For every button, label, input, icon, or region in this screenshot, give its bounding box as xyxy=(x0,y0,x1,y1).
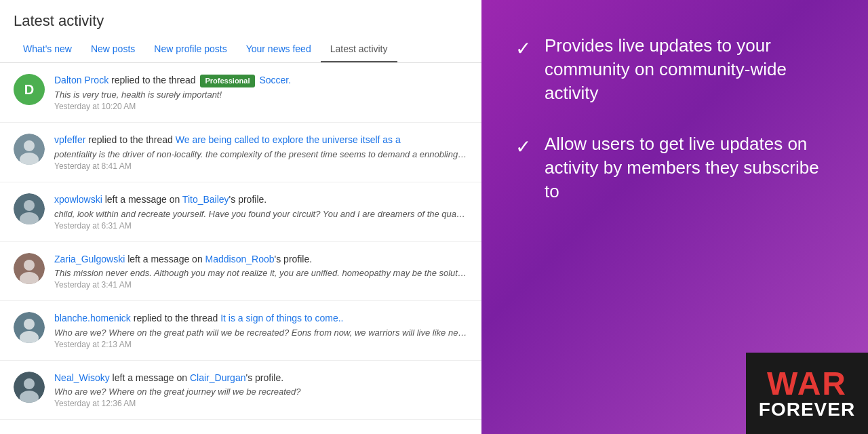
feed-item: xpowlowski left a message on Tito_Bailey… xyxy=(0,182,481,242)
action-label: left a message on xyxy=(113,372,188,383)
action-label: replied to the thread xyxy=(88,134,173,145)
right-panel: ✓ Provides live updates to your communit… xyxy=(481,0,868,434)
feed-snippet: This is very true, health is surely impo… xyxy=(54,90,468,100)
feed-time: Yesterday at 6:31 AM xyxy=(54,221,468,231)
feature-item-1: ✓ Provides live updates to your communit… xyxy=(515,34,834,105)
svg-point-13 xyxy=(24,378,35,389)
feature-text-2: Allow users to get live updates on activ… xyxy=(545,132,834,203)
feed-snippet: Who are we? Where on the great journey w… xyxy=(54,387,468,397)
feed-content: Neal_Wisoky left a message on Clair_Durg… xyxy=(54,372,468,409)
svg-point-4 xyxy=(24,200,35,211)
war-forever-banner: WAR FOREVER xyxy=(746,353,868,434)
feed-item: Neal_Wisoky left a message on Clair_Durg… xyxy=(0,361,481,420)
suffix-text: 's profile. xyxy=(245,372,283,383)
feed-list: D Dalton Prock replied to the thread Pro… xyxy=(0,63,481,434)
feed-content: Dalton Prock replied to the thread Profe… xyxy=(54,74,468,111)
forever-text: FOREVER xyxy=(759,400,855,419)
avatar xyxy=(14,372,45,403)
feed-time: Yesterday at 2:13 AM xyxy=(54,340,468,349)
feed-content: vpfeffer replied to the thread We are be… xyxy=(54,134,468,171)
badge-professional: Professional xyxy=(200,75,254,87)
tab-new-profile-posts[interactable]: New profile posts xyxy=(144,37,236,62)
feed-time: Yesterday at 10:20 AM xyxy=(54,102,468,111)
avatar xyxy=(14,312,45,343)
feature-text-1: Provides live updates to your community … xyxy=(545,34,834,105)
feed-item: D Dalton Prock replied to the thread Pro… xyxy=(0,63,481,123)
feed-snippet: This mission never ends. Although you ma… xyxy=(54,268,468,278)
thread-link[interactable]: We are being called to explore the unive… xyxy=(176,134,401,145)
tab-new-posts[interactable]: New posts xyxy=(81,37,144,62)
feed-time: Yesterday at 8:41 AM xyxy=(54,161,468,171)
thread-link[interactable]: Soccer. xyxy=(259,75,291,85)
action-text: replied to the thread xyxy=(111,75,196,85)
user-link[interactable]: blanche.homenick xyxy=(54,313,131,323)
tab-whats-new[interactable]: What's new xyxy=(14,37,81,62)
feed-content: Zaria_Gulgowski left a message on Maddis… xyxy=(54,253,468,290)
thread-link[interactable]: It is a sign of things to come.. xyxy=(220,313,343,323)
avatar: D xyxy=(14,74,45,105)
user-link[interactable]: Neal_Wisoky xyxy=(54,372,110,383)
action-label: left a message on xyxy=(105,194,180,205)
feed-main: vpfeffer replied to the thread We are be… xyxy=(54,134,468,147)
left-panel: Latest activity What's new New posts New… xyxy=(0,0,481,434)
avatar xyxy=(14,193,45,224)
action-label: left a message on xyxy=(127,254,203,264)
user-link[interactable]: Zaria_Gulgowski xyxy=(54,254,125,264)
checkmark-icon: ✓ xyxy=(515,136,531,158)
tab-latest-activity[interactable]: Latest activity xyxy=(321,37,397,62)
feed-main: blanche.homenick replied to the thread I… xyxy=(54,312,468,326)
feed-time: Yesterday at 3:41 AM xyxy=(54,280,468,290)
feed-time: Yesterday at 12:36 AM xyxy=(54,399,468,408)
feed-snippet: potentiality is the driver of non-locali… xyxy=(54,149,468,159)
tabs-nav: What's new New posts New profile posts Y… xyxy=(0,37,481,63)
svg-point-7 xyxy=(24,260,35,271)
feed-main: xpowlowski left a message on Tito_Bailey… xyxy=(54,193,468,207)
page-title: Latest activity xyxy=(0,0,481,37)
user-link[interactable]: vpfeffer xyxy=(54,134,85,145)
feed-item: Zaria_Gulgowski left a message on Maddis… xyxy=(0,242,481,302)
feed-snippet: child, look within and recreate yourself… xyxy=(54,209,468,219)
svg-point-10 xyxy=(24,319,35,330)
avatar xyxy=(14,134,45,165)
feed-item: vpfeffer replied to the thread We are be… xyxy=(0,123,481,182)
user-link[interactable]: Dalton Prock xyxy=(54,75,108,85)
feed-content: blanche.homenick replied to the thread I… xyxy=(54,312,468,349)
suffix-text: 's profile. xyxy=(229,194,267,205)
profile-link[interactable]: Maddison_Roob xyxy=(205,254,275,264)
war-text: WAR xyxy=(767,368,847,400)
feed-main: Zaria_Gulgowski left a message on Maddis… xyxy=(54,253,468,267)
feed-main: Neal_Wisoky left a message on Clair_Durg… xyxy=(54,372,468,385)
feed-main: Dalton Prock replied to the thread Profe… xyxy=(54,74,468,87)
svg-point-1 xyxy=(24,140,35,151)
feed-snippet: Who are we? Where on the great path will… xyxy=(54,328,468,338)
feature-item-2: ✓ Allow users to get live updates on act… xyxy=(515,132,834,203)
feed-item: blanche.homenick replied to the thread I… xyxy=(0,301,481,361)
tab-your-news-feed[interactable]: Your news feed xyxy=(237,37,321,62)
profile-link[interactable]: Clair_Durgan xyxy=(190,372,245,383)
action-label: replied to the thread xyxy=(134,313,218,323)
avatar xyxy=(14,253,45,284)
user-link[interactable]: xpowlowski xyxy=(54,194,102,205)
feed-content: xpowlowski left a message on Tito_Bailey… xyxy=(54,193,468,231)
suffix-text: 's profile. xyxy=(275,254,313,264)
checkmark-icon: ✓ xyxy=(515,37,531,60)
profile-link[interactable]: Tito_Bailey xyxy=(182,194,229,205)
